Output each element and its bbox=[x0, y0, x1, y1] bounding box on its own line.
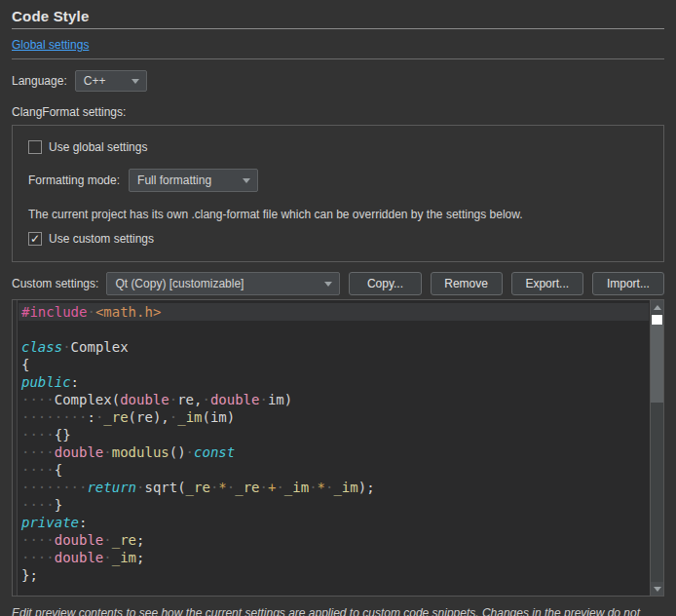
arrow-down-icon bbox=[654, 587, 661, 592]
formatting-mode-row: Formatting mode: Full formatting bbox=[28, 169, 648, 192]
use-global-settings-label: Use global settings bbox=[49, 140, 147, 154]
code-line: ····{ bbox=[19, 461, 649, 479]
code-line: ····{} bbox=[19, 426, 649, 443]
code-line bbox=[19, 321, 649, 338]
scrollbar-up-button[interactable] bbox=[651, 300, 664, 314]
use-global-settings-row[interactable]: Use global settings bbox=[28, 140, 648, 154]
custom-settings-dropdown-value: Qt (Copy) [customizable] bbox=[115, 277, 244, 290]
remove-button[interactable]: Remove bbox=[431, 272, 503, 295]
use-custom-settings-label: Use custom settings bbox=[49, 232, 154, 246]
clangformat-settings-group: Use global settings Formatting mode: Ful… bbox=[12, 125, 664, 262]
link-separator bbox=[12, 58, 664, 59]
chevron-down-icon bbox=[131, 79, 139, 84]
code-line: ····double·modulus()·const bbox=[19, 443, 649, 461]
code-line: ····} bbox=[19, 496, 649, 514]
use-global-settings-checkbox[interactable] bbox=[28, 140, 42, 154]
language-dropdown[interactable]: C++ bbox=[75, 70, 147, 92]
custom-settings-row: Custom settings: Qt (Copy) [customizable… bbox=[12, 272, 664, 295]
custom-settings-dropdown[interactable]: Qt (Copy) [customizable] bbox=[106, 272, 340, 295]
language-dropdown-value: C++ bbox=[84, 74, 106, 88]
code-line: class·Complex bbox=[19, 338, 649, 356]
use-custom-settings-checkbox[interactable] bbox=[28, 232, 42, 246]
export-button[interactable]: Export... bbox=[511, 272, 583, 295]
chevron-down-icon bbox=[243, 178, 250, 183]
preview-help-line-1: Edit preview contents to see how the cur… bbox=[12, 605, 664, 616]
custom-settings-label: Custom settings: bbox=[12, 277, 98, 290]
code-line: ····double·_im; bbox=[19, 549, 649, 566]
code-line: private: bbox=[19, 514, 649, 531]
custom-settings-buttons: Copy... Remove Export... Import... bbox=[349, 272, 664, 295]
code-line: ········return·sqrt(_re·*·_re·+·_im·*·_i… bbox=[19, 479, 649, 496]
code-line: public: bbox=[19, 373, 649, 391]
formatting-mode-dropdown-value: Full formatting bbox=[137, 173, 211, 187]
copy-button[interactable]: Copy... bbox=[349, 272, 421, 295]
code-line: ····Complex(double·re,·double·im) bbox=[19, 391, 649, 408]
scrollbar-thumb[interactable] bbox=[651, 325, 663, 403]
import-button[interactable]: Import... bbox=[592, 272, 664, 295]
arrow-up-icon bbox=[654, 305, 661, 310]
code-style-settings-page: Code Style Global settings Language: C++… bbox=[0, 0, 676, 616]
code-preview-editor[interactable]: #include·<math.h> class·Complex{public:·… bbox=[12, 299, 664, 597]
use-custom-settings-row[interactable]: Use custom settings bbox=[28, 232, 648, 246]
chevron-down-icon bbox=[324, 282, 332, 287]
code-line: { bbox=[19, 356, 649, 373]
code-line: ····double·_re; bbox=[19, 531, 649, 549]
clangformat-settings-label: ClangFormat settings: bbox=[12, 105, 664, 119]
formatting-mode-dropdown[interactable]: Full formatting bbox=[129, 169, 258, 192]
scroll-position-marker bbox=[652, 315, 662, 325]
page-title: Code Style bbox=[12, 8, 664, 24]
formatting-mode-label: Formatting mode: bbox=[28, 173, 120, 187]
language-row: Language: C++ bbox=[12, 70, 664, 92]
code-line: ········:·_re(re),·_im(im) bbox=[19, 408, 649, 426]
editor-scrollbar[interactable] bbox=[650, 300, 663, 596]
code-editor-content[interactable]: #include·<math.h> class·Complex{public:·… bbox=[19, 303, 649, 584]
editor-gutter bbox=[13, 300, 18, 596]
clang-format-info-text: The current project has its own .clang-f… bbox=[28, 208, 648, 221]
preview-help-text: Edit preview contents to see how the cur… bbox=[12, 605, 664, 616]
global-settings-link[interactable]: Global settings bbox=[12, 38, 89, 52]
language-label: Language: bbox=[12, 74, 67, 88]
code-line: #include·<math.h> bbox=[19, 303, 649, 321]
code-line: }; bbox=[19, 566, 649, 584]
title-separator bbox=[12, 28, 664, 29]
scrollbar-down-button[interactable] bbox=[651, 582, 664, 596]
